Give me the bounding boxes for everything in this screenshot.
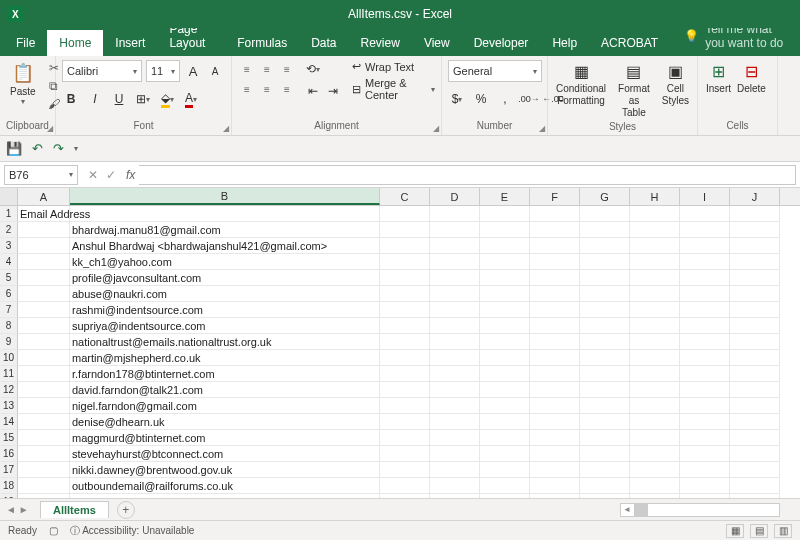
cell[interactable] [630,206,680,222]
conditional-formatting-button[interactable]: ▦ Conditional Formatting [554,60,608,109]
cell[interactable] [480,238,530,254]
cell[interactable] [580,302,630,318]
align-right-button[interactable]: ≡ [278,80,296,98]
comma-button[interactable]: , [496,90,514,108]
cell[interactable] [380,350,430,366]
cell[interactable] [580,430,630,446]
horizontal-scrollbar[interactable]: ◄ [620,503,780,517]
cell[interactable] [18,462,70,478]
cell[interactable] [630,382,680,398]
col-header-H[interactable]: H [630,188,680,205]
cancel-formula-icon[interactable]: ✕ [88,168,98,182]
cell[interactable] [480,286,530,302]
cell[interactable] [480,382,530,398]
cell[interactable] [430,238,480,254]
cell[interactable] [680,478,730,494]
cell[interactable] [380,254,430,270]
col-header-I[interactable]: I [680,188,730,205]
cell[interactable] [530,318,580,334]
macro-record-icon[interactable]: ▢ [49,525,58,536]
row-header[interactable]: 14 [0,414,18,430]
cell[interactable]: Anshul Bhardwaj <bhardwajanshul421@gmail… [70,238,380,254]
cell[interactable] [530,334,580,350]
tab-help[interactable]: Help [540,30,589,56]
cell[interactable] [680,350,730,366]
cell[interactable] [480,446,530,462]
cell[interactable] [580,206,630,222]
bold-button[interactable]: B [62,90,80,108]
font-size-combo[interactable]: 11 ▾ [146,60,180,82]
col-header-B[interactable]: B [70,188,380,205]
cell[interactable]: maggmurd@btinternet.com [70,430,380,446]
cell[interactable] [730,270,780,286]
cell[interactable] [430,350,480,366]
grow-font-button[interactable]: A [184,62,202,80]
enter-formula-icon[interactable]: ✓ [106,168,116,182]
cell[interactable] [18,382,70,398]
undo-button[interactable]: ↶ [32,141,43,156]
cell[interactable]: denise@dhearn.uk [70,414,380,430]
cell[interactable] [630,446,680,462]
col-header-D[interactable]: D [430,188,480,205]
cell[interactable]: stevehayhurst@btconnect.com [70,446,380,462]
cell[interactable] [680,270,730,286]
cell[interactable] [580,222,630,238]
cell[interactable] [430,366,480,382]
cell[interactable] [630,318,680,334]
cell[interactable] [380,318,430,334]
cell[interactable] [630,334,680,350]
cell[interactable] [530,398,580,414]
tab-insert[interactable]: Insert [103,30,157,56]
cell[interactable] [480,222,530,238]
cell[interactable] [380,382,430,398]
cell[interactable] [430,206,480,222]
cell[interactable] [530,350,580,366]
row-header[interactable]: 15 [0,430,18,446]
cell[interactable] [18,430,70,446]
cell[interactable]: outboundemail@railforums.co.uk [70,478,380,494]
cell[interactable] [580,462,630,478]
cell[interactable] [480,398,530,414]
cell[interactable] [380,222,430,238]
cell[interactable] [630,398,680,414]
cell[interactable] [680,286,730,302]
cell[interactable] [680,366,730,382]
cell[interactable] [380,430,430,446]
cell[interactable] [530,414,580,430]
page-layout-view-button[interactable]: ▤ [750,524,768,538]
fill-color-button[interactable]: ⬙▾ [158,90,176,108]
tab-acrobat[interactable]: ACROBAT [589,30,670,56]
formula-bar[interactable] [139,165,796,185]
cell[interactable] [480,366,530,382]
cell[interactable] [530,222,580,238]
cell[interactable] [630,254,680,270]
row-header[interactable]: 17 [0,462,18,478]
cell[interactable] [480,430,530,446]
cell[interactable] [680,254,730,270]
borders-button[interactable]: ⊞▾ [134,90,152,108]
cell[interactable] [580,334,630,350]
col-header-J[interactable]: J [730,188,780,205]
cell[interactable] [380,286,430,302]
row-header[interactable]: 7 [0,302,18,318]
cell[interactable]: supriya@indentsource.com [70,318,380,334]
row-header[interactable]: 3 [0,238,18,254]
cell[interactable] [530,270,580,286]
paste-button[interactable]: 📋 Paste ▾ [6,60,40,108]
cell[interactable] [680,302,730,318]
cell[interactable] [380,366,430,382]
cell[interactable] [380,398,430,414]
cell[interactable] [530,286,580,302]
col-header-G[interactable]: G [580,188,630,205]
select-all-corner[interactable] [0,188,18,205]
cell[interactable] [380,414,430,430]
cell[interactable] [680,318,730,334]
cell[interactable] [480,478,530,494]
cell[interactable] [730,238,780,254]
spreadsheet-grid[interactable]: A B C D E F G H I J 1Email Address2bhard… [0,188,800,498]
cell[interactable] [430,382,480,398]
cell[interactable] [430,478,480,494]
wrap-text-button[interactable]: ↩ Wrap Text [352,60,435,73]
cell[interactable] [630,350,680,366]
cell[interactable] [430,254,480,270]
